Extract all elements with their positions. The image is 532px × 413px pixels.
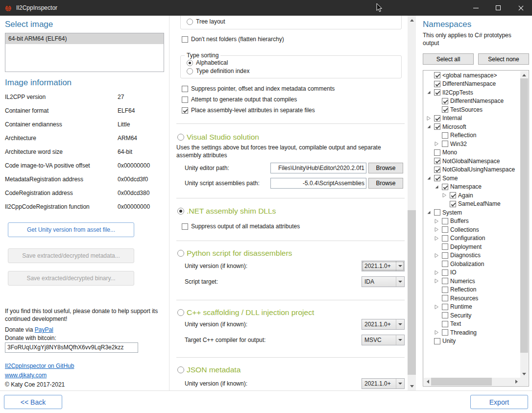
scrollbar-track[interactable]	[520, 78, 528, 370]
tree-item[interactable]: System	[424, 208, 520, 217]
scroll-up-icon[interactable]	[520, 71, 528, 78]
scroll-down-icon[interactable]	[408, 382, 416, 390]
save-binary-button[interactable]: Save extracted/decrypted binary...	[8, 271, 134, 286]
scroll-right-icon[interactable]	[513, 378, 520, 385]
select-none-button[interactable]: Select none	[478, 53, 529, 65]
tree-expander-collapsed-icon[interactable]	[435, 227, 442, 232]
tree-expander-expanded-icon[interactable]	[427, 176, 434, 181]
tree-item[interactable]: Reflection	[424, 286, 520, 294]
namespace-checkbox[interactable]	[442, 321, 448, 327]
tree-expander-collapsed-icon[interactable]	[435, 330, 442, 335]
namespace-checkbox[interactable]	[442, 132, 448, 139]
tree-item[interactable]: Collections	[424, 225, 520, 234]
script-target-select[interactable]: IDA	[362, 276, 405, 287]
tree-expander-collapsed-icon[interactable]	[435, 142, 442, 146]
bitcoin-address-input[interactable]: 3FoRUqUXgYj8NY8sMQfhX6vv9LqR3e2kzz	[5, 342, 138, 353]
tree-expander-collapsed-icon[interactable]	[435, 236, 442, 241]
get-unity-version-button[interactable]: Get Unity version from asset file...	[8, 222, 134, 237]
namespace-checkbox[interactable]	[442, 295, 448, 301]
scrollbar-track[interactable]	[431, 378, 513, 386]
center-scrollbar[interactable]	[408, 16, 416, 390]
namespace-checkbox[interactable]	[442, 226, 448, 233]
tree-expander-expanded-icon[interactable]	[427, 210, 434, 215]
tree-expander-expanded-icon[interactable]	[427, 90, 434, 95]
tree-item[interactable]: Il2CppTests	[424, 88, 520, 97]
namespace-checkbox[interactable]	[434, 209, 440, 216]
tree-item[interactable]: Internal	[424, 114, 520, 123]
tree-item[interactable]: Resources	[424, 294, 520, 303]
namespace-checkbox[interactable]	[442, 269, 448, 276]
visual-studio-heading[interactable]: Visual Studio solution	[187, 133, 259, 142]
tree-expander-collapsed-icon[interactable]	[435, 253, 442, 258]
close-button[interactable]	[509, 0, 532, 16]
maximize-button[interactable]	[487, 0, 509, 16]
namespace-checkbox[interactable]	[442, 287, 448, 293]
tree-layout-radio[interactable]	[187, 19, 193, 25]
dotnet-shim-heading[interactable]: .NET assembly shim DLLs	[187, 207, 276, 216]
tree-item[interactable]: Again	[424, 191, 520, 200]
tree-item[interactable]: Threading	[424, 328, 520, 337]
tree-expander-expanded-icon[interactable]	[435, 184, 442, 189]
tree-item[interactable]: TestSources	[424, 105, 520, 114]
tree-expander-collapsed-icon[interactable]	[435, 279, 442, 284]
json-metadata-radio[interactable]	[177, 366, 184, 373]
namespace-checkbox[interactable]	[442, 218, 448, 224]
tree-item[interactable]: <global namespace>	[424, 71, 520, 80]
tree-item[interactable]: Namespace	[424, 183, 520, 192]
unity-script-assemblies-path-input[interactable]: -5.0.4\ScriptAssemblies	[270, 178, 366, 189]
flatten-hierarchy-checkbox[interactable]	[182, 36, 188, 43]
namespace-checkbox[interactable]	[442, 329, 448, 336]
tree-vertical-scrollbar[interactable]	[520, 71, 528, 378]
tree-item[interactable]: Configuration	[424, 234, 520, 243]
image-listbox[interactable]: 64-bit ARM64 (ELF64)	[5, 33, 164, 72]
suppress-metadata-attributes-checkbox[interactable]	[182, 223, 188, 230]
cpp-scaffolding-radio[interactable]	[177, 309, 184, 316]
browse-editor-path-button[interactable]: Browse	[368, 163, 403, 173]
tree-item[interactable]: Globalization	[424, 260, 520, 268]
namespace-checkbox[interactable]	[442, 184, 448, 190]
back-button[interactable]: << Back	[4, 395, 62, 409]
tree-item[interactable]: Diagnostics	[424, 251, 520, 260]
tree-item[interactable]: Some	[424, 174, 520, 183]
namespace-checkbox[interactable]	[442, 304, 448, 310]
namespace-checkbox[interactable]	[434, 115, 440, 121]
titlebar[interactable]: Il2CppInspector	[0, 0, 532, 16]
namespace-checkbox[interactable]	[442, 261, 448, 267]
cpp-scaffolding-heading[interactable]: C++ scaffolding / DLL injection project	[187, 308, 314, 317]
minimize-button[interactable]	[464, 0, 487, 16]
browse-assemblies-path-button[interactable]: Browse	[368, 178, 403, 189]
namespace-checkbox[interactable]	[450, 192, 456, 198]
namespace-checkbox[interactable]	[434, 167, 440, 173]
namespace-checkbox[interactable]	[442, 141, 448, 147]
namespace-checkbox[interactable]	[434, 149, 440, 156]
dotnet-shim-radio[interactable]	[177, 208, 184, 215]
tree-expander-collapsed-icon[interactable]	[435, 270, 442, 275]
scroll-up-icon[interactable]	[408, 16, 416, 24]
tree-expander-collapsed-icon[interactable]	[435, 219, 442, 223]
tree-item[interactable]: Microsoft	[424, 122, 520, 131]
github-link[interactable]: Il2CppInspector on GitHub	[5, 363, 74, 369]
image-list-item[interactable]: 64-bit ARM64 (ELF64)	[5, 33, 164, 44]
tree-expander-collapsed-icon[interactable]	[442, 193, 450, 198]
python-unity-version-select[interactable]: 2021.1.0+	[362, 261, 405, 271]
scrollbar-thumb[interactable]	[431, 378, 492, 386]
tree-item[interactable]: Unity	[424, 337, 520, 346]
option-checkbox[interactable]	[182, 97, 188, 103]
option-checkbox[interactable]	[182, 107, 188, 114]
namespace-checkbox[interactable]	[442, 243, 448, 250]
tree-item[interactable]: NotGlobalNamespace	[424, 157, 520, 166]
tree-item[interactable]: Runtime	[424, 303, 520, 312]
tree-item[interactable]: NotGlobalUsingNamespace	[424, 166, 520, 174]
cpp-unity-version-select[interactable]: 2021.1.0+	[362, 319, 405, 330]
scroll-left-icon[interactable]	[424, 378, 431, 385]
tree-item[interactable]: Deployment	[424, 243, 520, 251]
tree-horizontal-scrollbar[interactable]	[424, 378, 520, 386]
tree-item[interactable]: Buffers	[424, 217, 520, 226]
namespace-checkbox[interactable]	[434, 338, 440, 344]
tree-expander-collapsed-icon[interactable]	[427, 116, 434, 121]
scroll-down-icon[interactable]	[520, 370, 528, 378]
tree-item[interactable]: IO	[424, 268, 520, 277]
unity-editor-path-input[interactable]: Files\Unity\Hub\Editor\2020.2.0f1	[270, 163, 366, 173]
scrollbar-track[interactable]	[408, 24, 416, 382]
select-all-button[interactable]: Select all	[423, 53, 474, 65]
